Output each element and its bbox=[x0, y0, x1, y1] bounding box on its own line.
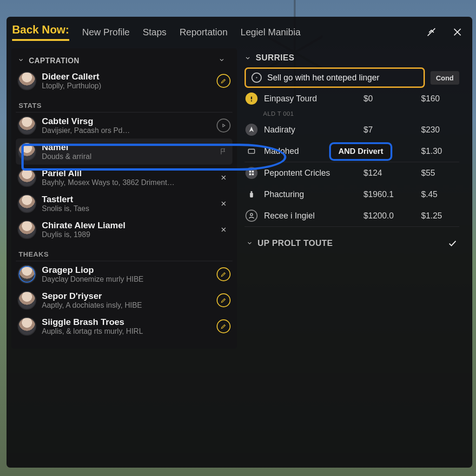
row-label: Einpasy Tourd bbox=[264, 94, 357, 104]
section-up-prolt[interactable]: UP PROLT TOUTE bbox=[245, 227, 459, 259]
chevron-down-icon[interactable] bbox=[218, 57, 227, 65]
person-name: Chirate Alew Liamel bbox=[42, 220, 211, 231]
section-label: SURRIES bbox=[256, 53, 295, 63]
person-sub: Davijsier, Pacash ors Pd… bbox=[42, 126, 211, 135]
avatar bbox=[18, 317, 36, 336]
row-val-a: $1960.1 bbox=[364, 190, 415, 199]
avatar bbox=[18, 265, 36, 284]
person-row[interactable]: Tastlert Snolis is, Taes bbox=[16, 191, 232, 217]
section-theaks: THEAKS bbox=[16, 243, 232, 261]
sub-hint: ALD T 001 bbox=[245, 109, 459, 119]
avatar bbox=[18, 72, 36, 90]
person-sub: Auplis, & lortag rts murly, HIRL bbox=[42, 327, 211, 336]
close-icon[interactable] bbox=[217, 171, 231, 185]
edit-icon[interactable] bbox=[217, 74, 231, 88]
highlight-and-pill: AND Drivert bbox=[329, 142, 392, 161]
svg-rect-17 bbox=[249, 173, 251, 175]
person-sub: Dayclay Donemize murly HIBE bbox=[42, 275, 211, 284]
person-sub: Duylis is, 1989 bbox=[42, 231, 211, 239]
tab-staps[interactable]: Staps bbox=[143, 27, 166, 38]
svg-marker-3 bbox=[223, 124, 225, 127]
person-row[interactable]: Cabtel Virsg Davijsier, Pacash ors Pd… bbox=[16, 112, 232, 139]
row-val-a: $1200.0 bbox=[364, 211, 415, 221]
main-window: Back Now: New Profile Staps Reportation … bbox=[7, 17, 472, 468]
tab-back-now[interactable]: Back Now: bbox=[12, 23, 69, 41]
sell-label: Sell go with het onteped linger bbox=[267, 73, 379, 83]
svg-marker-13 bbox=[249, 126, 254, 132]
user-icon bbox=[245, 210, 258, 222]
svg-rect-14 bbox=[248, 149, 254, 153]
tab-reportation[interactable]: Reportation bbox=[179, 27, 227, 38]
edit-icon[interactable] bbox=[217, 293, 231, 307]
close-icon[interactable] bbox=[217, 223, 231, 237]
chevron-down-icon bbox=[246, 239, 255, 247]
edit-icon[interactable] bbox=[217, 319, 231, 333]
avatar bbox=[18, 220, 36, 239]
svg-rect-19 bbox=[251, 191, 252, 192]
share-icon[interactable] bbox=[425, 26, 438, 39]
row-label: Recee i Ingiel bbox=[264, 211, 357, 221]
row-val-a: $7 bbox=[364, 125, 415, 135]
section-captration[interactable]: CAPTRATION bbox=[16, 53, 232, 68]
flag-icon[interactable] bbox=[217, 145, 231, 159]
play-icon[interactable] bbox=[217, 119, 231, 132]
stat-row[interactable]: Phacturing $1960.1 $.45 bbox=[245, 184, 459, 205]
person-row[interactable]: Pariel Alil Bayhly, Mosex Ways to, 3862 … bbox=[16, 165, 232, 191]
svg-point-12 bbox=[251, 100, 252, 102]
card-icon bbox=[245, 145, 258, 157]
person-row[interactable]: Chirate Alew Liamel Duylis is, 1989 bbox=[16, 217, 232, 243]
topbar: Back Now: New Profile Staps Reportation … bbox=[7, 17, 472, 45]
person-row[interactable]: Gragep Liop Dayclay Donemize murly HIBE bbox=[16, 261, 232, 287]
chevron-down-icon bbox=[18, 57, 26, 65]
avatar bbox=[18, 142, 36, 161]
person-name: Siiggle Brash Troes bbox=[42, 317, 211, 327]
stat-row[interactable]: Einpasy Tourd $0 $160 bbox=[245, 88, 459, 109]
person-featured[interactable]: Dideer Callert Ltoplly, Purthulop) bbox=[16, 68, 232, 94]
svg-rect-15 bbox=[249, 171, 251, 172]
person-name: Namel bbox=[42, 142, 211, 152]
person-name: Dideer Callert bbox=[42, 72, 211, 82]
section-label: CAPTRATION bbox=[29, 57, 79, 65]
svg-line-0 bbox=[428, 28, 435, 36]
svg-point-21 bbox=[251, 213, 253, 216]
cond-button[interactable]: Cond bbox=[430, 71, 459, 85]
person-name: Gragep Liop bbox=[42, 265, 211, 275]
close-icon[interactable] bbox=[451, 26, 464, 39]
info-icon bbox=[251, 73, 262, 83]
grid-icon bbox=[245, 167, 258, 179]
close-icon[interactable] bbox=[217, 197, 231, 211]
alert-icon bbox=[245, 93, 258, 105]
row-val-b: $1.25 bbox=[421, 211, 458, 221]
avatar bbox=[18, 291, 36, 310]
edit-icon[interactable] bbox=[217, 267, 231, 281]
svg-point-10 bbox=[256, 77, 257, 78]
person-row[interactable]: Siiggle Brash Troes Auplis, & lortag rts… bbox=[16, 313, 232, 339]
stat-row[interactable]: Recee i Ingiel $1200.0 $1.25 bbox=[245, 205, 459, 227]
row-val-a: $0 bbox=[364, 94, 415, 104]
svg-rect-20 bbox=[250, 193, 253, 198]
person-name: Tastlert bbox=[42, 194, 211, 205]
row-label: Pepontent Cricles bbox=[264, 168, 357, 178]
left-panel: CAPTRATION Dideer Callert Ltoplly, Purth… bbox=[11, 48, 237, 349]
stat-row[interactable]: Nadiraty $7 $230 bbox=[245, 119, 459, 140]
person-sub: Ltoplly, Purthulop) bbox=[42, 82, 211, 90]
stat-row[interactable]: Pepontent Cricles $124 $55 bbox=[245, 162, 459, 184]
row-label: Phacturing bbox=[264, 190, 357, 199]
person-row[interactable]: Sepor D'riyser Aaptly, A dochiates insly… bbox=[16, 287, 232, 313]
tab-new-profile[interactable]: New Profile bbox=[82, 27, 130, 38]
person-name: Pariel Alil bbox=[42, 168, 211, 178]
row-val-b: $230 bbox=[421, 125, 458, 135]
avatar bbox=[18, 194, 36, 213]
person-sub: Snolis is, Taes bbox=[42, 205, 211, 213]
person-row-selected[interactable]: Namel Douds & arriral bbox=[16, 139, 232, 165]
avatar bbox=[18, 168, 36, 187]
sell-banner[interactable]: Sell go with het onteped linger bbox=[245, 67, 425, 88]
nav-icon bbox=[245, 124, 258, 136]
avatar bbox=[18, 116, 36, 135]
section-surries[interactable]: SURRIES bbox=[245, 50, 459, 67]
person-sub: Aaptly, A dochiates insly, HIBE bbox=[42, 301, 211, 310]
tab-legiel[interactable]: Legiel Manibia bbox=[241, 27, 301, 38]
chevron-down-icon bbox=[245, 54, 253, 62]
person-name: Sepor D'riyser bbox=[42, 291, 211, 301]
section-stats: STATS bbox=[16, 94, 232, 112]
